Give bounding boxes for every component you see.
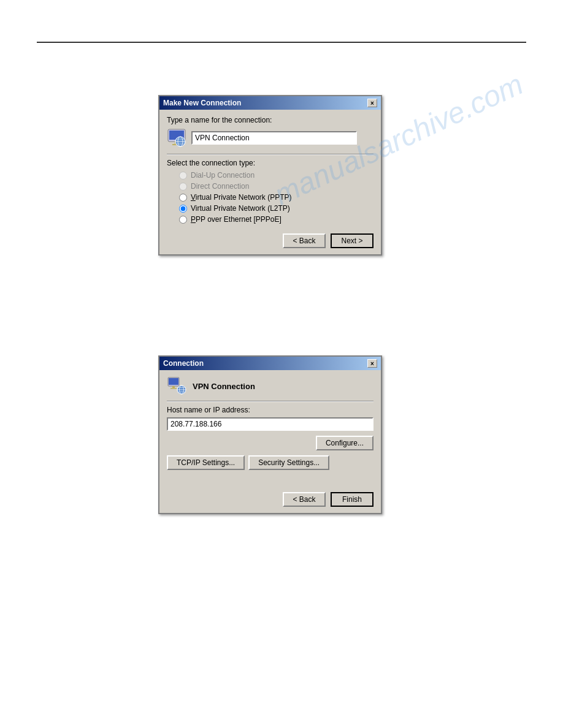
- make-new-connection-dialog: Make New Connection × Type a name for th…: [158, 95, 382, 256]
- dialog2-close-button[interactable]: ×: [367, 359, 377, 368]
- radio-direct[interactable]: [179, 183, 187, 191]
- radio-l2tp[interactable]: [179, 205, 187, 213]
- dialog2-header-row: VPN Connection: [167, 376, 373, 396]
- svg-rect-11: [172, 386, 175, 388]
- dialog1-name-label: Type a name for the connection:: [167, 116, 373, 124]
- option-dialup: Dial-Up Connection: [179, 171, 373, 180]
- top-divider: [37, 42, 526, 43]
- svg-rect-12: [170, 388, 177, 389]
- dialog1-close-button[interactable]: ×: [367, 99, 377, 107]
- connection-name-input[interactable]: VPN Connection: [191, 131, 357, 145]
- dialog2-body: VPN Connection Host name or IP address: …: [159, 370, 381, 513]
- dialog1-separator: [167, 154, 373, 155]
- dialog1-buttons: < Back Next >: [167, 233, 373, 248]
- dialog2-network-icon: [167, 376, 186, 396]
- dialog1-name-row: VPN Connection: [167, 128, 373, 148]
- dialog2-separator: [167, 401, 373, 402]
- dialog2-host-label: Host name or IP address:: [167, 406, 373, 414]
- configure-button[interactable]: Configure...: [316, 436, 373, 450]
- dialog2-buttons: < Back Finish: [167, 492, 373, 507]
- option-l2tp: Virtual Private Network (L2TP): [179, 204, 373, 213]
- configure-row: Configure...: [167, 436, 373, 450]
- option-pppoe: PPP over Ethernet [PPPoE]: [179, 215, 373, 224]
- dialog2-back-button[interactable]: < Back: [283, 492, 326, 507]
- radio-pppoe[interactable]: [179, 216, 187, 224]
- option-direct: Direct Connection: [179, 182, 373, 191]
- label-direct: Direct Connection: [191, 182, 249, 191]
- label-pptp: Virtual Private Network (PPTP): [191, 193, 292, 202]
- dialog2-titlebar: Connection ×: [159, 357, 381, 370]
- dialog1-title: Make New Connection: [163, 99, 241, 107]
- back-button[interactable]: < Back: [283, 233, 326, 248]
- ip-address-input[interactable]: [167, 417, 373, 431]
- spacer: [167, 480, 373, 492]
- security-settings-button[interactable]: Security Settings...: [248, 455, 329, 470]
- dialog2-connection-name: VPN Connection: [193, 382, 255, 391]
- label-dialup: Dial-Up Connection: [191, 171, 255, 180]
- settings-buttons-row: TCP/IP Settings... Security Settings...: [167, 455, 373, 470]
- dialog1-body: Type a name for the connection:: [159, 110, 381, 254]
- dialog1-type-label: Select the connection type:: [167, 159, 373, 167]
- label-l2tp: Virtual Private Network (L2TP): [191, 204, 290, 213]
- network-icon: [167, 128, 186, 148]
- finish-button[interactable]: Finish: [331, 492, 373, 507]
- radio-dialup[interactable]: [179, 172, 187, 180]
- next-button[interactable]: Next >: [331, 233, 373, 248]
- dialog1-titlebar: Make New Connection ×: [159, 96, 381, 110]
- option-pptp: Virtual Private Network (PPTP): [179, 193, 373, 202]
- dialog2-title: Connection: [163, 359, 204, 368]
- dialog1-options: Dial-Up Connection Direct Connection Vir…: [179, 171, 373, 224]
- svg-rect-10: [169, 378, 178, 385]
- label-pppoe: PPP over Ethernet [PPPoE]: [191, 215, 282, 224]
- connection-dialog: Connection × VPN Connection: [158, 355, 382, 514]
- tcpip-settings-button[interactable]: TCP/IP Settings...: [167, 455, 245, 470]
- radio-pptp[interactable]: [179, 194, 187, 202]
